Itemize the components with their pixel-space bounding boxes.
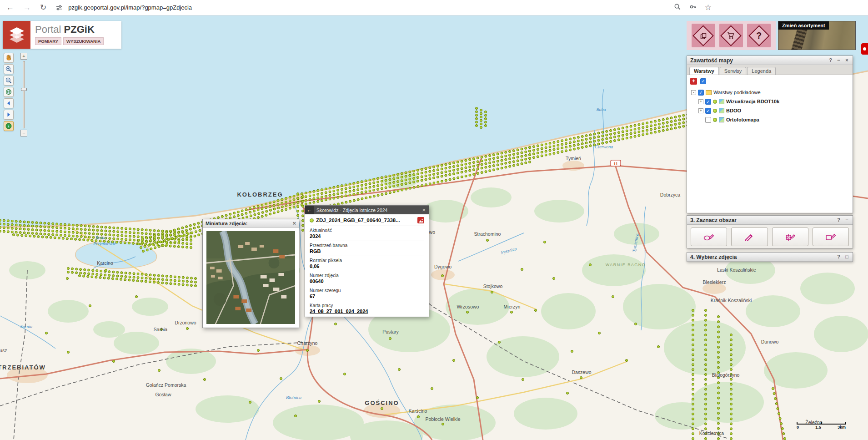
reports-button[interactable] — [692, 24, 715, 47]
svg-text:Wrzosowo: Wrzosowo — [457, 304, 479, 309]
svg-text:Baba: Baba — [596, 107, 606, 112]
reload-icon[interactable]: ↻ — [40, 4, 46, 11]
url-text[interactable]: pzgik.geoportal.gov.pl/imap/?gpmap=gpZdj… — [68, 4, 192, 11]
zoom-slider-track[interactable] — [23, 61, 25, 128]
add-layer-button[interactable]: + — [690, 78, 697, 85]
expand-icon[interactable]: + — [698, 108, 703, 113]
select-by-parameters-button[interactable] — [772, 228, 808, 246]
svg-text:Charzyno: Charzyno — [297, 340, 318, 346]
layer-label[interactable]: Wizualizacja BDOT10k — [726, 99, 779, 104]
svg-text:Gołańcz Pomorska: Gołańcz Pomorska — [146, 382, 186, 388]
tab-warstwy[interactable]: Warstwy — [689, 67, 719, 75]
identify-info-button[interactable]: i — [4, 121, 14, 131]
zoom-slider: + − — [20, 53, 28, 137]
change-assortment-button[interactable]: Zmień asortyment — [778, 21, 856, 50]
close-icon[interactable]: × — [844, 58, 849, 63]
layer-panel-body: + ✓ -✓Warstwy podkładowe+✓Wizualizacja B… — [687, 75, 853, 212]
field-value: 0,06 — [310, 263, 424, 271]
select-by-freehand-button[interactable] — [731, 228, 768, 246]
panel-title: 4. Wybierz zdjęcia — [690, 254, 737, 260]
popup-title: Miniatura zdjęcia: — [206, 221, 247, 226]
question-mark: ? — [756, 30, 762, 41]
tab-serwisy[interactable]: Serwisy — [720, 67, 747, 75]
expand-icon[interactable]: + — [698, 99, 703, 104]
photo-marker-icon — [310, 218, 314, 223]
svg-text:Stojkowo: Stojkowo — [483, 283, 503, 289]
field-label: Numer zdjęcia — [310, 271, 424, 278]
pzgik-logo[interactable] — [3, 21, 30, 49]
edge-toggle-badge[interactable] — [861, 43, 868, 55]
field-value: 67 — [310, 293, 424, 301]
zoom-in-button[interactable]: + — [20, 53, 27, 60]
select-by-ellipse-button[interactable] — [691, 228, 727, 246]
site-info-icon[interactable] — [55, 4, 63, 11]
svg-text:Drzonowo: Drzonowo — [175, 320, 196, 325]
svg-text:Strachomino: Strachomino — [474, 231, 501, 237]
collapse-icon[interactable]: - — [691, 90, 696, 95]
layer-checkbox[interactable] — [705, 117, 711, 123]
tab-pomiary[interactable]: POMIARY — [35, 37, 61, 45]
photo-thumbnail-popup: Miniatura zdjęcia: × — [202, 219, 299, 328]
help-icon[interactable]: ? — [836, 217, 841, 223]
pan-tool-button[interactable] — [4, 53, 14, 63]
layer-tree: -✓Warstwy podkładowe+✓Wizualizacja BDOT1… — [690, 88, 849, 124]
select-by-rectangle-button[interactable] — [813, 228, 849, 246]
svg-text:Laski Koszalińskie: Laski Koszalińskie — [717, 267, 756, 273]
svg-text:Pobłocie Wielkie: Pobłocie Wielkie — [425, 416, 460, 422]
svg-text:Mierzyn: Mierzyn — [504, 304, 521, 309]
tab-wyszukiwania[interactable]: WYSZUKIWANIA — [63, 37, 104, 45]
field-label: Rozmiar piksela — [310, 256, 424, 263]
svg-text:Dygowo: Dygowo — [434, 264, 452, 269]
zoom-page-icon[interactable] — [674, 3, 681, 12]
close-icon[interactable]: × — [292, 220, 296, 227]
select-area-panel: 3. Zaznacz obszar ? − — [687, 215, 853, 248]
back-icon[interactable]: ← — [6, 4, 14, 11]
scale-bar: 0 1.5 3km — [797, 422, 846, 430]
full-extent-globe-button[interactable] — [4, 87, 14, 97]
svg-text:Sarnia: Sarnia — [20, 324, 33, 329]
help-button[interactable]: ? — [747, 24, 771, 47]
svg-text:Czerwona: Czerwona — [595, 144, 613, 149]
help-icon: ? — [748, 25, 770, 46]
zoom-out-tool-button[interactable] — [4, 76, 14, 86]
svg-text:Daszewo: Daszewo — [572, 369, 591, 375]
bookmark-star-icon[interactable]: ☆ — [705, 4, 712, 11]
change-assortment-label: Zmień asortyment — [778, 21, 829, 30]
zoom-in-tool-button[interactable] — [4, 64, 14, 74]
field-value[interactable]: 24_08_27_001_024_2024 — [310, 308, 424, 316]
restore-icon[interactable]: □ — [844, 254, 849, 259]
field-value: RGB — [310, 248, 424, 256]
back-button[interactable]: ← — [305, 206, 314, 214]
svg-text:Dunowo: Dunowo — [761, 339, 779, 344]
layer-label[interactable]: BDOO — [726, 108, 741, 113]
key-icon[interactable] — [689, 3, 697, 12]
layer-checkbox[interactable]: ✓ — [698, 90, 704, 96]
map-tools: i — [4, 53, 14, 131]
zoom-out-button[interactable]: − — [20, 130, 27, 137]
brand-title: Portal PZGiK — [35, 24, 117, 35]
next-extent-button[interactable] — [4, 110, 14, 120]
cart-button[interactable] — [719, 24, 743, 47]
svg-text:Sarbia: Sarbia — [154, 327, 168, 332]
layer-checkbox[interactable]: ✓ — [705, 108, 711, 114]
svg-text:Przymorskie: Przymorskie — [93, 241, 116, 246]
tab-legenda[interactable]: Legenda — [747, 67, 776, 75]
scale-bar-line — [797, 422, 846, 425]
svg-text:Pustary: Pustary — [382, 329, 399, 334]
minimize-icon[interactable]: − — [836, 58, 841, 63]
previous-extent-button[interactable] — [4, 98, 14, 108]
layer-label[interactable]: Ortofotomapa — [726, 117, 759, 122]
layer-checkbox[interactable]: ✓ — [705, 99, 711, 105]
layer-label[interactable]: Warstwy podkładowe — [713, 90, 761, 95]
minimize-icon[interactable]: − — [844, 217, 849, 223]
image-icon[interactable] — [417, 217, 424, 223]
portal-header: Portal PZGiK POMIARY WYSZUKIWANIA — [3, 21, 121, 49]
help-icon[interactable]: ? — [828, 58, 833, 63]
close-icon[interactable]: × — [421, 207, 427, 213]
field-label: Przestrzeń barwna — [310, 241, 424, 248]
forward-icon[interactable]: → — [23, 4, 31, 11]
master-checkbox[interactable]: ✓ — [700, 78, 706, 84]
zoom-slider-handle[interactable] — [21, 88, 27, 91]
help-icon[interactable]: ? — [836, 254, 841, 259]
svg-text:GOŚCINO: GOŚCINO — [365, 400, 399, 406]
